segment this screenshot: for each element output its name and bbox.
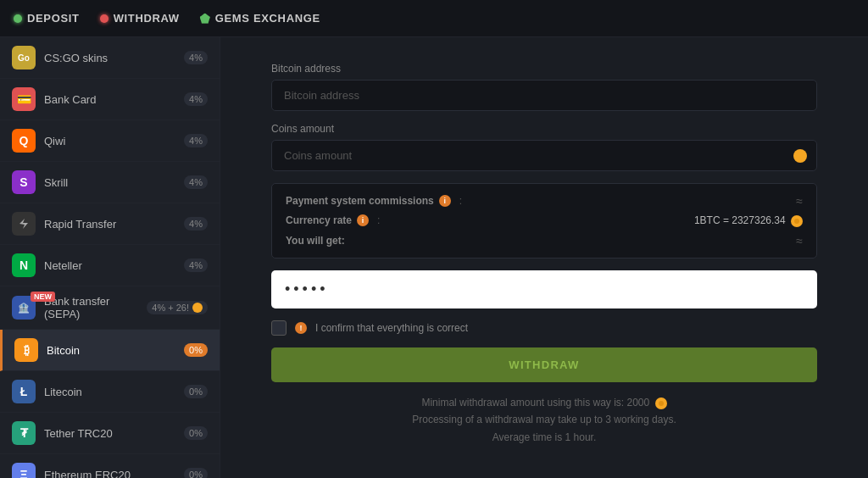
csgo-icon: Go — [12, 46, 36, 69]
skrill-icon: S — [12, 170, 36, 194]
footer-notes: Minimal withdrawal amount using this way… — [271, 394, 817, 446]
average-note: Average time is 1 hour. — [271, 429, 817, 446]
currency-colon: : — [377, 214, 380, 226]
sidebar-item-csgo[interactable]: Go CS:GO skins 4% — [0, 37, 220, 79]
ethereum-icon: Ξ — [12, 463, 36, 478]
processing-note: Processing of a withdrawal may take up t… — [271, 411, 817, 428]
sepa-badge: 4% + 26! — [147, 301, 208, 314]
nav-withdraw-label: WITHDRAW — [114, 12, 180, 25]
new-badge: NEW — [31, 292, 55, 302]
neteller-icon: N — [12, 253, 36, 277]
litecoin-badge: 0% — [184, 385, 208, 398]
nav-withdraw[interactable]: WITHDRAW — [100, 12, 180, 25]
neteller-badge: 4% — [184, 258, 208, 272]
sepa-label: Bank transfer (SEPA) — [44, 295, 147, 320]
sidebar-item-ethereum[interactable]: Ξ Ethereum ERC20 0% — [0, 454, 220, 478]
top-navigation: DEPOSIT WITHDRAW GEMS EXCHANGE — [0, 0, 868, 37]
tether-icon: ₮ — [12, 421, 36, 445]
sidebar-item-qiwi[interactable]: Q Qiwi 4% — [0, 120, 220, 162]
rapid-label: Rapid Transfer — [44, 218, 184, 231]
nav-deposit-label: DEPOSIT — [27, 12, 80, 25]
csgo-label: CS:GO skins — [44, 52, 184, 64]
sidebar-item-skrill[interactable]: S Skrill 4% — [0, 162, 220, 203]
qiwi-label: Qiwi — [44, 135, 184, 147]
tether-badge: 0% — [184, 426, 208, 440]
currency-coin-icon — [791, 215, 803, 227]
ethereum-badge: 0% — [184, 468, 208, 478]
you-will-get-row: You will get: ≈ — [286, 234, 803, 247]
bankcard-label: Bank Card — [44, 93, 184, 106]
you-will-get-key: You will get: — [286, 235, 345, 247]
confirm-label: I confirm that everything is correct — [315, 322, 468, 334]
withdraw-dot-icon — [100, 14, 108, 23]
litecoin-label: Litecoin — [44, 386, 184, 398]
qiwi-badge: 4% — [184, 134, 208, 147]
csgo-badge: 4% — [184, 51, 208, 64]
coins-amount-label: Coins amount — [271, 123, 817, 135]
withdraw-button[interactable]: WITHDRAW — [271, 347, 817, 382]
commission-info-icon[interactable]: i — [439, 195, 451, 207]
bankcard-badge: 4% — [184, 92, 208, 106]
commission-row: Payment system commissions i : ≈ — [286, 194, 803, 208]
litecoin-icon: Ł — [12, 380, 36, 403]
bitcoin-label: Bitcoin — [47, 344, 184, 357]
nav-deposit[interactable]: DEPOSIT — [14, 12, 80, 25]
coins-amount-wrapper — [271, 140, 817, 171]
commission-colon: : — [459, 195, 462, 207]
commission-value: ≈ — [796, 194, 803, 208]
currency-info-icon[interactable]: i — [357, 214, 369, 226]
sidebar-item-bitcoin[interactable]: ₿ Bitcoin 0% — [0, 330, 220, 371]
bitcoin-address-label: Bitcoin address — [271, 63, 817, 75]
currency-rate-value: 1BTC = 2327326.34 — [694, 214, 803, 227]
confirm-checkbox[interactable] — [271, 320, 287, 336]
bankcard-icon: 💳 — [12, 87, 36, 111]
sidebar-item-rapid[interactable]: Rapid Transfer 4% — [0, 203, 220, 245]
skrill-badge: 4% — [184, 175, 208, 189]
skrill-label: Skrill — [44, 176, 184, 189]
nav-gems-label: GEMS EXCHANGE — [215, 12, 320, 25]
qiwi-icon: Q — [12, 129, 36, 153]
coin-icon — [793, 149, 807, 163]
tether-label: Tether TRC20 — [44, 427, 184, 440]
you-will-get-value: ≈ — [796, 234, 803, 247]
confirm-warning-icon: ! — [295, 322, 307, 334]
coins-amount-field-group: Coins amount — [271, 123, 817, 171]
minimal-coin-icon — [655, 397, 667, 409]
sidebar-item-neteller[interactable]: N Neteller 4% — [0, 245, 220, 286]
coins-amount-input[interactable] — [271, 140, 817, 171]
gems-dot-icon — [200, 14, 210, 24]
commission-key: Payment system commissions — [286, 195, 434, 207]
sidebar-item-tether[interactable]: ₮ Tether TRC20 0% — [0, 413, 220, 454]
nav-gems[interactable]: GEMS EXCHANGE — [200, 12, 320, 25]
bitcoin-address-input[interactable] — [271, 80, 817, 111]
currency-rate-row: Currency rate i : 1BTC = 2327326.34 — [286, 214, 803, 227]
bitcoin-address-field-group: Bitcoin address — [271, 63, 817, 111]
rapid-badge: 4% — [184, 217, 208, 231]
payment-sidebar: Go CS:GO skins 4% 💳 Bank Card 4% Q Qiwi … — [0, 37, 220, 478]
sidebar-item-litecoin[interactable]: Ł Litecoin 0% — [0, 371, 220, 413]
bitcoin-icon: ₿ — [14, 338, 38, 362]
sidebar-item-bankcard[interactable]: 💳 Bank Card 4% — [0, 79, 220, 120]
bitcoin-badge: 0% — [184, 343, 208, 357]
main-layout: Go CS:GO skins 4% 💳 Bank Card 4% Q Qiwi … — [0, 37, 868, 478]
minimal-note: Minimal withdrawal amount using this way… — [271, 394, 817, 411]
password-input[interactable] — [271, 270, 817, 308]
rapid-icon — [12, 212, 36, 236]
sidebar-item-sepa[interactable]: NEW 🏦 Bank transfer (SEPA) 4% + 26! — [0, 286, 220, 330]
deposit-dot-icon — [14, 14, 22, 23]
confirm-row: ! I confirm that everything is correct — [271, 320, 817, 336]
ethereum-label: Ethereum ERC20 — [44, 469, 184, 479]
main-content: Bitcoin address Coins amount Payment sys… — [220, 37, 868, 478]
payment-info-box: Payment system commissions i : ≈ Currenc… — [271, 183, 817, 258]
neteller-label: Neteller — [44, 259, 184, 272]
currency-rate-key: Currency rate — [286, 214, 352, 226]
